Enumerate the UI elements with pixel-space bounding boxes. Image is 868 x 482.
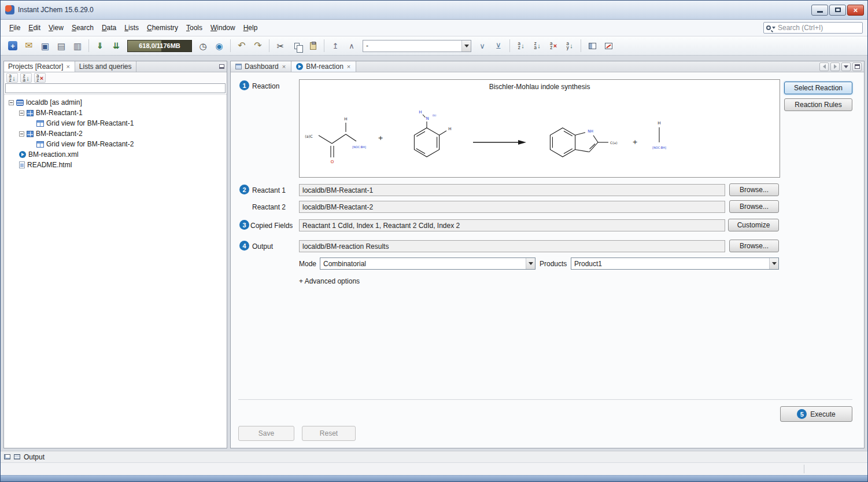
tree-filter-input[interactable] bbox=[5, 83, 226, 93]
menu-chemistry[interactable]: Chemistry bbox=[143, 21, 182, 34]
tab-list-button[interactable] bbox=[841, 62, 851, 71]
combo-arrow-button[interactable] bbox=[769, 258, 778, 269]
products-combo[interactable]: Product1 bbox=[571, 257, 779, 270]
tree-item-label: Grid view for BM-Reactant-2 bbox=[46, 140, 134, 148]
custom-sort-button[interactable]: ay↓ bbox=[562, 39, 577, 53]
reactant-1-browse-button[interactable]: Browse... bbox=[729, 183, 779, 196]
network-status-button[interactable]: ◉ bbox=[212, 39, 227, 53]
menu-search[interactable]: Search bbox=[68, 21, 98, 34]
collapse-handle-icon[interactable] bbox=[19, 111, 24, 116]
close-button[interactable]: × bbox=[847, 5, 864, 16]
update-data-button[interactable]: ⇊ bbox=[109, 39, 124, 53]
scroll-bottom-button[interactable]: ⊻ bbox=[491, 39, 506, 53]
reset-button[interactable]: Reset bbox=[302, 426, 356, 441]
tree-item-bm-reaction-xml[interactable]: BM-reaction.xml bbox=[4, 149, 227, 160]
output-browse-button[interactable]: Browse... bbox=[729, 240, 779, 252]
window-layout-button[interactable] bbox=[585, 39, 600, 53]
minimized-list-icon[interactable] bbox=[14, 454, 20, 459]
tree-item-grid-view-1[interactable]: Grid view for BM-Reactant-1 bbox=[4, 118, 227, 128]
tab-lists-and-queries[interactable]: Lists and queries bbox=[75, 61, 136, 72]
cut-button[interactable]: ✂ bbox=[273, 39, 288, 53]
tab-close-icon[interactable]: × bbox=[282, 64, 286, 70]
save-button[interactable]: ▣ bbox=[38, 39, 53, 53]
chevron-bar-icon: ⊻ bbox=[496, 42, 501, 50]
copied-fields-field[interactable] bbox=[299, 219, 725, 231]
print-button[interactable]: ▤ bbox=[54, 39, 69, 53]
grid-view-icon bbox=[36, 141, 44, 148]
menu-file[interactable]: File bbox=[5, 21, 24, 34]
menu-data[interactable]: Data bbox=[98, 21, 120, 34]
menu-view[interactable]: View bbox=[45, 21, 68, 34]
tree-item-localdb[interactable]: localdb [as admin] bbox=[4, 97, 227, 108]
output-window-button[interactable]: Output bbox=[24, 453, 45, 461]
chevron-down-icon bbox=[529, 262, 533, 265]
combo-arrow-button[interactable] bbox=[461, 41, 471, 51]
commit-changes-button[interactable]: ⇓ bbox=[93, 39, 108, 53]
memory-indicator[interactable]: 618,0/1176MB bbox=[127, 40, 192, 52]
menu-edit[interactable]: Edit bbox=[24, 21, 45, 34]
reactant-1-field[interactable] bbox=[299, 184, 725, 196]
print-preview-button[interactable]: ▥ bbox=[70, 39, 85, 53]
search-box[interactable] bbox=[763, 22, 863, 34]
menu-window[interactable]: Window bbox=[206, 21, 239, 34]
sort-ascending-button[interactable]: az↓ bbox=[514, 39, 529, 53]
minimize-button[interactable] bbox=[811, 5, 828, 16]
new-button[interactable]: + bbox=[5, 39, 20, 53]
collapse-all-button[interactable]: ↥ bbox=[328, 39, 343, 53]
window-group-icon[interactable] bbox=[4, 454, 10, 459]
customize-button[interactable]: Customize bbox=[728, 219, 779, 231]
tree-item-bm-reactant-2[interactable]: BM-Reactant-2 bbox=[4, 128, 227, 139]
tree-item-grid-view-2[interactable]: Grid view for BM-Reactant-2 bbox=[4, 139, 227, 149]
menu-tools[interactable]: Tools bbox=[182, 21, 206, 34]
clear-sort-button[interactable]: az× bbox=[546, 39, 561, 53]
garbage-collect-button[interactable]: ◷ bbox=[195, 39, 210, 53]
scroll-down-button[interactable]: ∨ bbox=[475, 39, 490, 53]
maximize-icon bbox=[835, 8, 841, 12]
scroll-tabs-right-button[interactable] bbox=[830, 62, 840, 71]
maximize-button[interactable] bbox=[829, 5, 846, 16]
scroll-tabs-left-button[interactable] bbox=[819, 62, 829, 71]
mode-combo[interactable]: Combinatorial bbox=[320, 257, 535, 270]
collapse-handle-icon[interactable] bbox=[19, 131, 24, 137]
search-input[interactable] bbox=[778, 24, 867, 32]
copy-button[interactable] bbox=[289, 39, 304, 53]
execute-button[interactable]: 5 Execute bbox=[780, 406, 852, 422]
sort-descending-button[interactable]: za↓ bbox=[530, 39, 545, 53]
sidebar-clear-sort-button[interactable]: az× bbox=[34, 73, 46, 83]
paste-button[interactable] bbox=[305, 39, 320, 53]
redo-button[interactable]: ↷ bbox=[250, 39, 265, 53]
menu-lists[interactable]: Lists bbox=[120, 21, 143, 34]
reactant-2-field[interactable] bbox=[299, 201, 725, 213]
select-reaction-button[interactable]: Select Reaction bbox=[784, 82, 852, 94]
collapse-handle-icon[interactable] bbox=[9, 100, 14, 105]
reaction-rules-button[interactable]: Reaction Rules bbox=[784, 98, 852, 111]
close-window-group-button[interactable] bbox=[601, 39, 616, 53]
reactant-2-label: Reactant 2 bbox=[252, 203, 286, 211]
reactant-2-browse-button[interactable]: Browse... bbox=[729, 200, 779, 213]
titlebar[interactable]: Instant JChem 15.6.29.0 × bbox=[1, 1, 867, 20]
expand-all-button[interactable]: ∧ bbox=[344, 39, 359, 53]
form-separator bbox=[238, 399, 852, 400]
tree-item-bm-reactant-1[interactable]: BM-Reactant-1 bbox=[4, 108, 227, 118]
tab-dashboard[interactable]: Dashboard × bbox=[231, 61, 291, 72]
maximize-editor-button[interactable] bbox=[852, 62, 862, 71]
search-dropdown-icon[interactable] bbox=[772, 27, 775, 29]
project-tree: localdb [as admin] BM-Reactant-1 Grid vi… bbox=[4, 95, 227, 448]
tab-bm-reaction[interactable]: BM-reaction × bbox=[291, 61, 356, 72]
tab-projects[interactable]: Projects [Reactor] × bbox=[4, 61, 75, 72]
menu-help[interactable]: Help bbox=[239, 21, 262, 34]
output-field[interactable] bbox=[299, 240, 725, 252]
minimize-panel-button[interactable] bbox=[216, 61, 227, 72]
sidebar-sort-descending-button[interactable]: za↓ bbox=[20, 73, 32, 83]
tab-close-icon[interactable]: × bbox=[346, 64, 351, 70]
open-button[interactable]: ✉ bbox=[21, 39, 36, 53]
field-selector-combo[interactable]: - bbox=[363, 40, 471, 52]
sidebar-sort-ascending-button[interactable]: az↓ bbox=[6, 73, 18, 83]
atom-label: C(a) bbox=[610, 141, 618, 145]
advanced-options-link[interactable]: + Advanced options bbox=[299, 277, 360, 285]
tree-item-readme-html[interactable]: README.html bbox=[4, 160, 227, 170]
save-button[interactable]: Save bbox=[238, 426, 294, 441]
tab-close-icon[interactable]: × bbox=[65, 64, 70, 70]
combo-arrow-button[interactable] bbox=[526, 258, 535, 269]
undo-button[interactable]: ↶ bbox=[234, 39, 249, 53]
